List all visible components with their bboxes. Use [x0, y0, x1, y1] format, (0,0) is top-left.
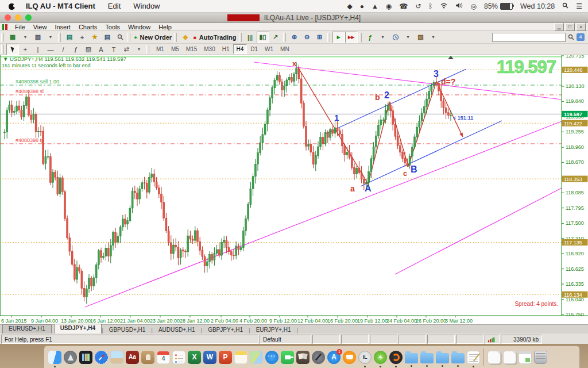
data-window-button[interactable]: + — [76, 32, 88, 43]
chart-tab-usdjpy-h4[interactable]: USDJPY+,H4 — [54, 324, 102, 334]
timeframe-h4[interactable]: H4 — [233, 44, 247, 54]
chart-shift-button[interactable]: ▸▸ — [345, 32, 358, 43]
dock-photobooth-icon[interactable] — [296, 351, 310, 364]
new-chart-button[interactable]: ▦ — [6, 32, 19, 43]
trendline-tool[interactable]: / — [57, 44, 69, 55]
arrows-tool[interactable]: ⇄ — [120, 44, 133, 55]
mdi-restore-button[interactable]: □ — [565, 23, 575, 31]
cursor-tool[interactable] — [6, 44, 19, 55]
fibonacci-tool[interactable]: ƒ — [69, 44, 82, 55]
dock-folder-icon[interactable] — [420, 353, 434, 363]
dock-notes-icon[interactable] — [234, 351, 247, 364]
bar-chart-button[interactable]: ||| — [244, 32, 257, 43]
dock-contacts-icon[interactable] — [141, 351, 154, 364]
templates-button[interactable]: ▧ — [415, 32, 427, 43]
metaeditor-button[interactable]: ◆ — [179, 32, 192, 43]
time-machine-icon[interactable]: ↺ — [415, 3, 421, 10]
dock-maps-icon[interactable] — [250, 351, 263, 364]
menu-file[interactable]: File — [11, 24, 29, 30]
volume-icon[interactable] — [455, 2, 463, 10]
price-chart[interactable]: #4080398 sell 1.00#4080398 sl#4080398 tp… — [0, 55, 588, 324]
dock-safari-icon[interactable] — [95, 351, 108, 364]
dock-excel-icon[interactable]: X — [188, 351, 201, 364]
dropbox-icon[interactable]: ◆ — [347, 3, 352, 10]
accessibility-icon[interactable]: ◉ — [386, 3, 392, 10]
dock-folder-icon[interactable] — [405, 353, 418, 363]
timeframe-mn[interactable]: MN — [277, 44, 293, 54]
candle-chart-button[interactable]: ▮▯ — [257, 32, 269, 43]
handoff-phone-icon[interactable]: ☎ — [399, 3, 408, 10]
zoom-in-button[interactable]: ⊕ — [288, 32, 301, 43]
chart-tab-eurjpy-h1[interactable]: EURJPY+,H1 — [250, 326, 297, 334]
menu-insert[interactable]: Insert — [51, 24, 75, 30]
dock-facetime-icon[interactable] — [281, 351, 294, 364]
timeframe-h1[interactable]: H1 — [219, 44, 233, 54]
chart-tab-gbpusd-h1[interactable]: GBPUSD+,H1 — [103, 326, 152, 334]
chart-tab-eurusd-h1[interactable]: EURUSD+,H1 — [2, 324, 52, 334]
menu-window[interactable]: Window — [124, 24, 154, 30]
dock-dictionary-icon[interactable]: Aa — [126, 351, 139, 364]
dock-ibooks-icon[interactable] — [343, 351, 356, 364]
dock-word-icon[interactable]: W — [203, 351, 216, 364]
crosshair-tool[interactable]: + — [19, 44, 32, 55]
periods-dropdown[interactable]: ▾ — [402, 32, 415, 43]
market-watch-button[interactable]: ▤ — [63, 32, 76, 43]
menubar-clock[interactable]: Wed 10:28 — [520, 2, 555, 10]
dock-launchpad-icon[interactable] — [64, 351, 77, 364]
spotlight-icon[interactable] — [562, 2, 568, 10]
dock-textedit-icon[interactable] — [467, 351, 480, 364]
new-order-button[interactable]: +New Order — [133, 32, 173, 43]
dock-mission-control-icon[interactable] — [79, 351, 92, 364]
menu-tools[interactable]: Tools — [101, 24, 124, 30]
auto-scroll-button[interactable]: ▸ — [332, 32, 345, 43]
dock-webpage-stack[interactable] — [519, 351, 532, 364]
vertical-line-tool[interactable]: | — [32, 44, 44, 55]
timeframe-d1[interactable]: D1 — [247, 44, 261, 54]
mac-menu-edit[interactable]: Edit — [108, 2, 121, 10]
horizontal-line-tool[interactable]: — — [44, 44, 57, 55]
wifi-icon[interactable] — [440, 2, 448, 10]
dock-documents-stack[interactable] — [488, 351, 501, 364]
dock-telescope-app-icon[interactable] — [312, 351, 325, 364]
mac-app-menu[interactable]: ILQ AU - MT4 Client — [26, 2, 95, 10]
menu-help[interactable]: Help — [154, 24, 176, 30]
search-icon[interactable] — [568, 32, 574, 43]
timeframe-m30[interactable]: M30 — [200, 44, 218, 54]
navigator-button[interactable]: ★ — [88, 32, 101, 43]
dock-folder-icon[interactable] — [436, 353, 449, 363]
apple-menu-icon[interactable] — [8, 2, 16, 10]
profiles-dropdown[interactable]: ▾ — [44, 32, 57, 43]
mdi-close-button[interactable]: × — [576, 23, 586, 31]
periods-button[interactable] — [389, 32, 402, 43]
dock-appstore-icon[interactable]: A1 — [327, 351, 341, 364]
timeframe-w1[interactable]: W1 — [261, 44, 277, 54]
timeframe-m15[interactable]: M15 — [183, 44, 200, 54]
dock-trading-app-icon[interactable]: ☀ — [374, 351, 387, 364]
tile-windows-button[interactable]: ⊞ — [314, 32, 326, 43]
dock-preview-icon[interactable] — [110, 351, 123, 364]
bluetooth-icon[interactable]: ᛒ — [428, 3, 432, 10]
timeframe-m5[interactable]: M5 — [168, 44, 183, 54]
dock-swirl-app-icon[interactable] — [389, 351, 403, 364]
dock-messages-icon[interactable]: ··· — [265, 351, 278, 364]
templates-dropdown[interactable]: ▾ — [427, 32, 440, 43]
mdi-minimize-button[interactable]: ▁ — [554, 23, 564, 31]
dock-downloads-stack[interactable] — [503, 351, 516, 364]
text-label-tool[interactable]: T — [107, 44, 120, 55]
indicators-dropdown[interactable]: ▾ — [377, 32, 389, 43]
dock-reminders-icon[interactable] — [172, 351, 185, 364]
chart-tab-audusd-h1[interactable]: AUDUSD+,H1 — [153, 326, 201, 334]
strategy-tester-button[interactable] — [114, 32, 126, 43]
dock-trash-icon[interactable] — [534, 351, 547, 364]
community-chat-icon[interactable]: 4 — [577, 33, 585, 41]
timeframe-m1[interactable]: M1 — [153, 44, 168, 54]
notification-center-icon[interactable]: ☰ — [576, 3, 582, 10]
dock-ilq-app-icon[interactable]: IL — [358, 351, 372, 364]
dock-calendar-icon[interactable]: 4 — [157, 351, 170, 364]
dock-powerpoint-icon[interactable]: P — [219, 351, 232, 364]
chart-tab-gbpjpy-h1[interactable]: GBPJPY+,H1 — [202, 326, 249, 334]
input-menu-icon[interactable]: ◎ — [470, 3, 476, 10]
terminal-button[interactable]: ▤ — [101, 32, 114, 43]
channel-tool[interactable]: ▨ — [82, 44, 95, 55]
indicators-button[interactable]: ƒ — [364, 32, 377, 43]
